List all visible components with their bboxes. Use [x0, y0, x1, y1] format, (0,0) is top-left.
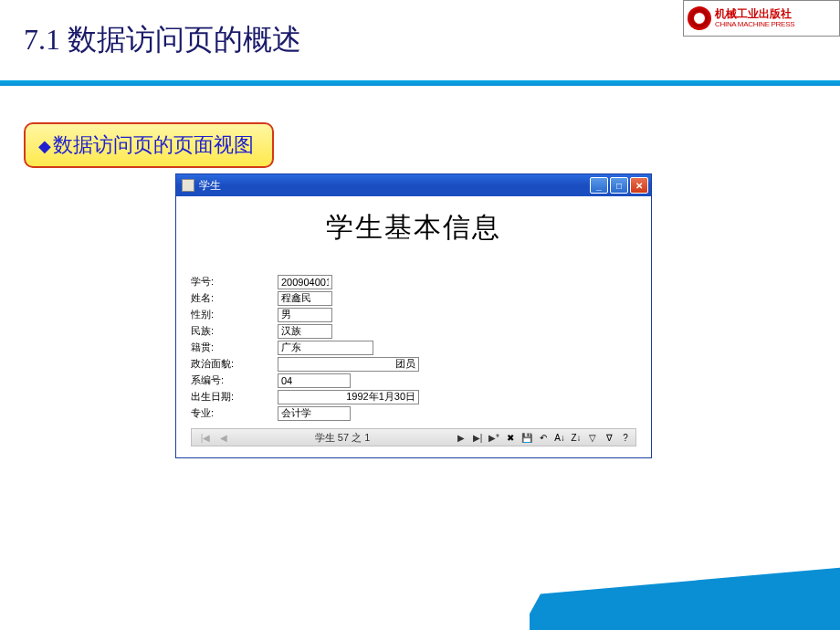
record-position: 学生 57 之 1 [230, 431, 455, 445]
filter-icon[interactable]: ▽ [586, 431, 599, 444]
next-record-button[interactable]: ▶ [455, 433, 467, 443]
help-icon[interactable]: ? [619, 431, 632, 444]
section-number: 7.1 [24, 23, 60, 56]
minimize-button[interactable]: _ [590, 177, 608, 194]
new-record-button[interactable]: ▶* [488, 433, 500, 443]
publisher-name-cn: 机械工业出版社 [715, 8, 794, 20]
delete-icon[interactable]: ✖ [504, 431, 517, 444]
maximize-button[interactable]: □ [610, 177, 628, 194]
field-input[interactable] [278, 390, 419, 404]
form-row: 出生日期: [191, 389, 636, 404]
undo-icon[interactable]: ↶ [537, 431, 550, 444]
publisher-logo: 机械工业出版社 CHINA MACHINE PRESS [683, 0, 840, 37]
window-title: 学生 [199, 178, 588, 194]
record-nav-bar: |◀◀学生 57 之 1▶▶|▶*✖💾↶A↓Z↓▽∇? [191, 428, 636, 446]
prev-record-button[interactable]: ◀ [217, 433, 230, 443]
sort-desc-icon[interactable]: Z↓ [570, 431, 583, 444]
form-row: 性别: [191, 307, 636, 322]
window-body: 学生基本信息 学号:姓名:性别:民族:籍贯:政治面貌:系编号:出生日期:专业:|… [176, 196, 651, 457]
section-name: 数据访问页的概述 [68, 23, 301, 56]
form-row: 民族: [191, 323, 636, 339]
field-label: 出生日期: [191, 390, 278, 404]
gear-icon [688, 6, 711, 30]
field-input[interactable] [278, 308, 332, 322]
form-row: 籍贯: [191, 340, 636, 355]
window-icon [182, 179, 194, 192]
last-record-button[interactable]: ▶| [471, 433, 484, 443]
form-row: 政治面貌: [191, 356, 636, 372]
close-button[interactable]: ✕ [630, 177, 648, 194]
field-label: 籍贯: [191, 341, 278, 354]
field-label: 民族: [191, 324, 278, 338]
slide-content: ◆数据访问页的页面视图 学生 _ □ ✕ 学生基本信息 学号:姓名:性别:民族:… [0, 86, 840, 630]
form-row: 系编号: [191, 373, 636, 388]
callout-text: 数据访问页的页面视图 [53, 133, 254, 156]
footer-decoration [530, 548, 840, 630]
field-label: 姓名: [191, 291, 278, 305]
field-input[interactable] [278, 275, 332, 289]
page-heading: 学生基本信息 [180, 200, 647, 274]
filter-toggle-icon[interactable]: ∇ [603, 431, 615, 444]
callout-box: ◆数据访问页的页面视图 [24, 122, 274, 168]
first-record-button[interactable]: |◀ [199, 433, 212, 443]
field-input[interactable] [278, 373, 351, 388]
field-input[interactable] [278, 357, 419, 372]
titlebar[interactable]: 学生 _ □ ✕ [176, 174, 651, 196]
form-row: 专业: [191, 405, 636, 421]
field-input[interactable] [278, 291, 332, 306]
field-label: 专业: [191, 406, 278, 420]
field-input[interactable] [278, 341, 373, 355]
form-row: 学号: [191, 274, 636, 289]
field-label: 政治面貌: [191, 357, 278, 371]
save-icon[interactable]: 💾 [520, 431, 533, 444]
field-input[interactable] [278, 324, 332, 339]
app-window: 学生 _ □ ✕ 学生基本信息 学号:姓名:性别:民族:籍贯:政治面貌:系编号:… [175, 173, 652, 458]
field-input[interactable] [278, 406, 351, 421]
field-label: 学号: [191, 275, 278, 289]
publisher-name-en: CHINA MACHINE PRESS [715, 20, 794, 28]
form-area: 学号:姓名:性别:民族:籍贯:政治面貌:系编号:出生日期:专业:|◀◀学生 57… [180, 274, 647, 454]
diamond-icon: ◆ [38, 137, 51, 155]
slide-header: 7.1 数据访问页的概述 机械工业出版社 CHINA MACHINE PRESS [0, 0, 840, 80]
field-label: 性别: [191, 308, 278, 321]
field-label: 系编号: [191, 373, 278, 387]
form-row: 姓名: [191, 290, 636, 306]
sort-asc-icon[interactable]: A↓ [553, 431, 566, 444]
